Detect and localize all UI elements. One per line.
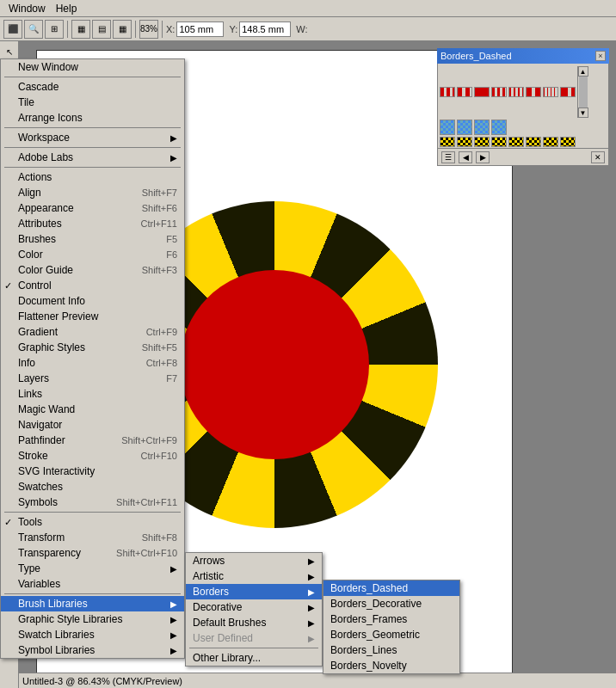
- status-bar: Untitled-3 @ 86.43% (CMYK/Preview): [19, 673, 616, 688]
- brush-cell-11[interactable]: [474, 120, 490, 135]
- brush-cell-5[interactable]: [508, 87, 524, 97]
- brush-bottom-bar: ☰ ◀ ▶ ✕: [438, 148, 608, 165]
- brush-row-2: [438, 119, 608, 136]
- brush-cell-14[interactable]: [457, 137, 472, 147]
- zoom-value: 83%: [140, 24, 157, 34]
- tool-eyedropper[interactable]: 💉: [1, 350, 18, 367]
- y-field[interactable]: [239, 22, 291, 37]
- x-label: X:: [166, 24, 175, 34]
- menu-bar: Window Help: [0, 0, 616, 17]
- toolbar-btn-2[interactable]: 🔍: [24, 20, 43, 39]
- w-label: W:: [296, 24, 307, 34]
- circle-inner: [154, 244, 395, 485]
- brush-row-3: [438, 136, 608, 148]
- tool-column-graph[interactable]: 📊: [1, 296, 18, 313]
- scroll-track: [579, 77, 588, 108]
- brush-cell-9[interactable]: [440, 120, 455, 135]
- brush-scrollbar: ▲ ▼: [577, 66, 588, 118]
- circle-decoration: [111, 201, 438, 528]
- left-sidebar: ↖ ↗ ⚡ ○ ✒ T ╱ □ 🖌 ✏ ↻ ⤢ ⬡ ★ 📊 ⊞ ◧ 💉 ✂ 🔍 …: [0, 41, 19, 688]
- tool-line[interactable]: ╱: [1, 151, 18, 169]
- brush-cell-8[interactable]: [560, 87, 576, 97]
- brush-menu-btn[interactable]: ☰: [441, 151, 455, 163]
- brush-cell-18[interactable]: [526, 137, 541, 147]
- brush-cell-2[interactable]: [457, 87, 472, 97]
- brush-cell-12[interactable]: [491, 120, 507, 135]
- tool-scale[interactable]: ⤢: [1, 242, 18, 259]
- toolbar-sep-2: [135, 21, 136, 38]
- tool-lasso[interactable]: ○: [1, 97, 18, 114]
- toolbar-zoom[interactable]: 83%: [139, 20, 158, 39]
- toolbar-btn-4[interactable]: ▦: [71, 20, 90, 39]
- canvas-area: Borders_Dashed × ▲: [19, 41, 616, 688]
- tool-hand[interactable]: ✋: [1, 404, 18, 421]
- toolbar-btn-1[interactable]: ⬛: [3, 20, 22, 39]
- brush-cell-7[interactable]: [543, 87, 558, 97]
- brush-cell-19[interactable]: [543, 137, 558, 147]
- circle-core: [180, 270, 369, 459]
- tool-rotate[interactable]: ↻: [1, 224, 18, 241]
- brush-nav-next[interactable]: ▶: [476, 151, 490, 163]
- tool-blend[interactable]: ⬡: [1, 260, 18, 277]
- brush-row-1: ▲ ▼: [438, 64, 608, 119]
- tool-paintbrush[interactable]: 🖌: [1, 187, 18, 205]
- brush-cell-17[interactable]: [508, 137, 524, 147]
- brush-cell-1[interactable]: [440, 87, 455, 97]
- toolbar: ⬛ 🔍 ⊞ ▦ ▤ ▦ 83% X: Y: W:: [0, 17, 616, 41]
- status-text: Untitled-3 @ 86.43% (CMYK/Preview): [22, 676, 182, 686]
- tool-direct-select[interactable]: ↗: [1, 61, 18, 78]
- tool-zoom[interactable]: 🔍: [1, 386, 18, 403]
- tool-gradient[interactable]: ◧: [1, 332, 18, 349]
- brush-cell-15[interactable]: [474, 137, 490, 147]
- scroll-up-btn[interactable]: ▲: [578, 66, 588, 77]
- tool-mesh[interactable]: ⊞: [1, 314, 18, 331]
- tool-symbol[interactable]: ★: [1, 278, 18, 295]
- toolbar-sep-3: [162, 21, 163, 38]
- brush-panel-body: ▲ ▼: [437, 64, 609, 166]
- toolbar-sep-1: [67, 21, 68, 38]
- brush-cell-16[interactable]: [491, 137, 507, 147]
- tool-magic-wand[interactable]: ⚡: [1, 79, 18, 96]
- toolbar-btn-5[interactable]: ▤: [92, 20, 111, 39]
- brush-panel-title: Borders_Dashed: [440, 51, 512, 61]
- help-menu[interactable]: Help: [51, 1, 83, 16]
- tool-pencil[interactable]: ✏: [1, 206, 18, 223]
- brush-cell-13[interactable]: [440, 137, 455, 147]
- scroll-down-btn[interactable]: ▼: [578, 108, 588, 118]
- y-label: Y:: [229, 24, 237, 34]
- x-field[interactable]: [176, 22, 224, 37]
- circle-outer: [111, 201, 438, 528]
- brush-cell-20[interactable]: [560, 137, 576, 147]
- brush-cell-10[interactable]: [457, 120, 472, 135]
- tool-type[interactable]: T: [1, 133, 18, 150]
- tool-select[interactable]: ↖: [1, 43, 18, 60]
- brush-delete-btn[interactable]: ✕: [591, 151, 605, 163]
- toolbar-btn-3[interactable]: ⊞: [45, 20, 64, 39]
- main-layout: ↖ ↗ ⚡ ○ ✒ T ╱ □ 🖌 ✏ ↻ ⤢ ⬡ ★ 📊 ⊞ ◧ 💉 ✂ 🔍 …: [0, 41, 616, 688]
- tool-rect[interactable]: □: [1, 169, 18, 187]
- tool-scissors[interactable]: ✂: [1, 368, 18, 385]
- stroke-swatch[interactable]: [7, 437, 17, 445]
- tool-pen[interactable]: ✒: [1, 115, 18, 132]
- brush-nav-prev[interactable]: ◀: [459, 151, 472, 163]
- window-menu[interactable]: Window: [3, 1, 51, 16]
- brush-cell-6[interactable]: [526, 87, 541, 97]
- tool-separator: [1, 426, 18, 427]
- brush-cell-3[interactable]: [474, 87, 490, 97]
- toolbar-btn-6[interactable]: ▦: [113, 20, 132, 39]
- brush-panel-close-btn[interactable]: ×: [595, 51, 606, 61]
- brush-panel: Borders_Dashed × ▲: [437, 48, 609, 166]
- brush-cell-4[interactable]: [491, 87, 507, 97]
- brush-panel-titlebar: Borders_Dashed ×: [437, 48, 609, 64]
